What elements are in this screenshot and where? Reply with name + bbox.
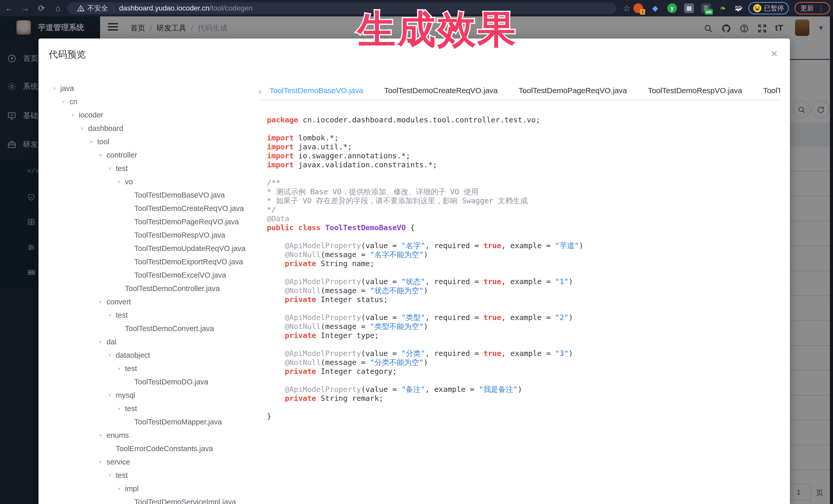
tree-folder-node[interactable]: ▾controller [49, 148, 257, 162]
tree-folder-node[interactable]: ▾dashboard [49, 122, 257, 135]
tree-folder-node[interactable]: ▾test [49, 162, 257, 175]
reload-icon[interactable]: ⟳ [37, 4, 46, 13]
tree-file-node[interactable]: ToolTestDemoRespVO.java [49, 229, 257, 242]
bookmark-star-icon[interactable]: ☆ [622, 4, 631, 13]
tree-file-node[interactable]: ToolTestDemoConvert.java [49, 322, 257, 335]
tree-folder-node[interactable]: ▾service [49, 455, 257, 469]
update-label: 更新 [801, 4, 814, 13]
caret-down-icon[interactable]: ▾ [99, 432, 106, 438]
url-host: dashboard.yudao.iocoder.cn [119, 4, 209, 12]
tree-folder-node[interactable]: ▾dal [49, 335, 257, 349]
profile-emoji-icon [753, 4, 761, 12]
tree-folder-node[interactable]: ▾test [49, 309, 257, 322]
caret-down-icon[interactable]: ▾ [99, 339, 106, 345]
tree-file-node[interactable]: ToolTestDemoServiceImpl.java [49, 495, 257, 504]
file-tab[interactable]: ToolTestDemoRespVO.java [648, 82, 742, 100]
caret-down-icon[interactable]: ▾ [90, 139, 97, 145]
code-viewer: package cn.iocoder.dashboard.modules.too… [267, 116, 785, 421]
tree-file-node[interactable]: ToolTestDemoExportReqVO.java [49, 255, 257, 268]
tree-folder-node[interactable]: ▾convert [49, 295, 257, 309]
extension-grid-icon[interactable]: ▦ [684, 3, 694, 13]
tree-folder-node[interactable]: ▾tool [49, 135, 257, 148]
tree-file-node[interactable]: ToolTestDemoPageReqVO.java [49, 215, 257, 229]
tabs-scroll-right-icon[interactable]: › [770, 86, 773, 96]
extension-y-icon[interactable]: y [667, 3, 677, 13]
annotation-text: 生成效果 [357, 4, 517, 56]
caret-down-icon[interactable]: ▾ [99, 299, 106, 305]
tree-folder-node[interactable]: ▾iocoder [49, 108, 257, 122]
extension-orange-icon[interactable]: 1 [633, 3, 643, 13]
caret-down-icon[interactable]: ▾ [99, 459, 106, 465]
profile-paused-pill[interactable]: 已暂停 [748, 2, 789, 15]
caret-down-icon[interactable]: ▾ [72, 112, 79, 118]
caret-down-icon[interactable]: ▾ [118, 486, 125, 492]
tree-folder-node[interactable]: ▾test [49, 402, 257, 415]
caret-down-icon[interactable]: ▾ [81, 125, 88, 131]
close-icon[interactable]: × [771, 47, 778, 60]
browser-menu-icon[interactable]: ⋮ [817, 4, 824, 12]
browser-update-button[interactable]: 更新 ⋮ [794, 2, 830, 15]
security-label: 不安全 [87, 4, 108, 13]
caret-down-icon[interactable]: ▾ [62, 99, 70, 105]
tree-file-node[interactable]: ToolTestDemoMapper.java [49, 415, 257, 429]
tree-folder-node[interactable]: ▾impl [49, 482, 257, 495]
extension-gem-icon[interactable]: ◆ [650, 3, 660, 13]
caret-down-icon[interactable]: ▾ [109, 392, 116, 398]
security-warning-icon [77, 4, 85, 12]
file-tabs: ‹ ToolTestDemoBaseVO.javaToolTestDemoCre… [259, 82, 780, 101]
file-tab[interactable]: ToolTestDemoPageReqVO.java [519, 82, 627, 100]
extension-list-icon[interactable]: ☰ on [701, 3, 711, 13]
tree-file-node[interactable]: ToolErrorCodeConstants.java [49, 442, 257, 455]
caret-down-icon[interactable]: ▾ [109, 352, 116, 358]
paused-label: 已暂停 [764, 4, 784, 13]
file-tab[interactable]: ToolTestDemoCreateReqVO.java [384, 82, 498, 100]
tree-folder-node[interactable]: ▾mysql [49, 388, 257, 402]
code-preview-dialog: 代码预览 × ▾java▾cn▾iocoder▾dashboard▾tool▾c… [39, 39, 790, 504]
dialog-title: 代码预览 [49, 48, 86, 61]
tree-folder-node[interactable]: ▾test [49, 469, 257, 482]
back-icon[interactable]: ← [5, 4, 14, 13]
caret-down-icon[interactable]: ▾ [118, 406, 125, 412]
tree-folder-node[interactable]: ▾enums [49, 429, 257, 442]
url-bar[interactable]: 不安全 | dashboard.yudao.iocoder.cn/tool/co… [67, 2, 616, 14]
extensions-puzzle-icon[interactable]: 🧩︎ [734, 3, 744, 13]
tabs-scroll-left-icon[interactable]: ‹ [259, 86, 269, 96]
tree-file-node[interactable]: ToolTestDemoController.java [49, 282, 257, 295]
tree-file-node[interactable]: ToolTestDemoUpdateReqVO.java [49, 242, 257, 255]
tree-folder-node[interactable]: ▾vo [49, 175, 257, 188]
tree-file-node[interactable]: ToolTestDemoBaseVO.java [49, 188, 257, 202]
tree-folder-node[interactable]: ▾cn [49, 95, 257, 108]
tree-folder-node[interactable]: ▾test [49, 362, 257, 375]
tree-file-node[interactable]: ToolTestDemoDO.java [49, 375, 257, 388]
caret-down-icon[interactable]: ▾ [118, 179, 125, 185]
tree-folder-node[interactable]: ▾java [49, 81, 257, 95]
file-tree: ▾java▾cn▾iocoder▾dashboard▾tool▾controll… [49, 81, 257, 504]
url-path: /tool/codegen [209, 4, 253, 12]
caret-down-icon[interactable]: ▾ [109, 166, 116, 171]
caret-down-icon[interactable]: ▾ [99, 152, 106, 158]
caret-down-icon[interactable]: ▾ [118, 366, 125, 371]
caret-down-icon[interactable]: ▾ [109, 473, 116, 478]
caret-down-icon[interactable]: ▾ [109, 312, 116, 318]
tree-file-node[interactable]: ToolTestDemoCreateReqVO.java [49, 202, 257, 215]
file-tab[interactable]: ToolTestDemoBaseVO.java [269, 82, 363, 100]
forward-icon[interactable]: → [21, 4, 30, 13]
caret-down-icon[interactable]: ▾ [53, 86, 60, 91]
home-icon[interactable]: ⌂ [53, 4, 63, 13]
tree-folder-node[interactable]: ▾dataobject [49, 349, 257, 362]
extension-leaf-icon[interactable]: ❧ [718, 3, 728, 13]
tree-file-node[interactable]: ToolTestDemoExcelVO.java [49, 268, 257, 282]
